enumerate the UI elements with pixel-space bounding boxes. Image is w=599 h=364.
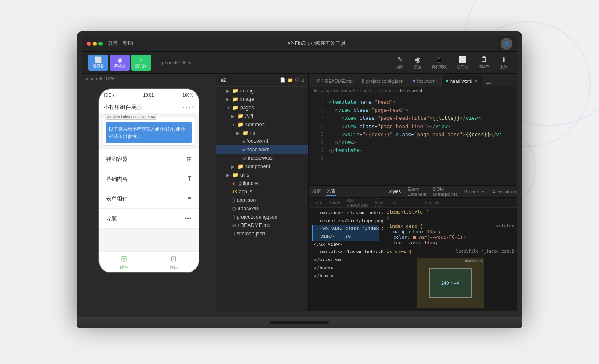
list-item-2[interactable]: 基础内容 T — [99, 169, 199, 189]
folder-icon: 📁 — [237, 164, 244, 169]
html-line-8: </body> — [312, 264, 379, 272]
lower-tabs: 概图 元素 — [309, 186, 383, 198]
avatar[interactable]: 👤 — [501, 38, 512, 50]
device-info: iphone6 100% — [158, 60, 194, 65]
styles-tab-properties[interactable]: Properties — [463, 188, 487, 195]
tree-item-head-wxml[interactable]: ■ head.wxml — [216, 145, 308, 154]
lower-tab-elements[interactable]: 元素 — [326, 187, 336, 196]
clear-cache-action[interactable]: 🗑 清缓存 — [475, 55, 493, 70]
element-highlight: wx-view.index-desc 240 × 44 以下将展示小程序官方组件… — [103, 117, 195, 146]
tree-item-index-wxss[interactable]: ⬡ index.wxss — [216, 154, 308, 162]
box-right-label: - — [482, 281, 483, 285]
list-item-3[interactable]: 表单组件 ≡ — [99, 189, 199, 209]
test-icon: ▷ — [139, 56, 143, 63]
style-block-index-desc: .index-desc { <style> margin-top: 10px; … — [387, 224, 514, 245]
minimize-button[interactable] — [93, 42, 97, 46]
dom-tag-html[interactable]: html — [312, 200, 326, 206]
git-icon: ◈ — [232, 181, 236, 186]
styles-filter-input[interactable] — [387, 200, 420, 205]
tree-item-app-json[interactable]: {} app.json — [216, 196, 308, 204]
simulator-btn[interactable]: ⬜ 模拟器 — [88, 55, 108, 71]
tree-item-config[interactable]: ▶ 📁 config — [216, 87, 308, 95]
test-btn[interactable]: ▷ 测试集 — [131, 55, 151, 71]
code-line-6: 6 </view> — [309, 139, 517, 147]
folder-icon: 📁 — [232, 105, 239, 111]
folder-icon: 📁 — [232, 172, 239, 178]
debugger-icon: ◉ — [117, 56, 122, 63]
dom-tag-wx-view-index[interactable]: wx-view.index — [345, 198, 371, 208]
arrow-icon: ▶ — [236, 131, 241, 135]
tab-foot-wxml[interactable]: ■ foot.wxml — [408, 75, 441, 87]
background-action[interactable]: ⬜ 切后台 — [453, 55, 472, 71]
tree-item-image[interactable]: ▶ 📁 image — [216, 95, 308, 103]
debugger-btn[interactable]: ◉ 调试器 — [110, 55, 130, 71]
menu-help[interactable]: 帮助 — [123, 40, 133, 47]
list-item-4[interactable]: 导航 ••• — [99, 209, 199, 229]
list-item-3-icon: ≡ — [188, 195, 191, 203]
tab-readme[interactable]: MD README.md — [312, 75, 357, 87]
code-line-7: 7 </template> — [309, 147, 517, 155]
html-panel: 概图 元素 html body wx-view.index wx-view.in… — [309, 186, 383, 311]
dom-breadcrumb: html body wx-view.index wx-view.index-hd… — [309, 198, 383, 208]
styles-tab-accessibility[interactable]: Accessibility — [490, 188, 517, 195]
tree-item-lib[interactable]: ▶ 📁 lib — [216, 129, 308, 137]
html-line-4: view> == $0 — [312, 233, 379, 241]
html-line-1: <wx-image class="index-logo" src="../res… — [312, 209, 379, 217]
close-button[interactable] — [87, 42, 91, 46]
tree-item-foot-wxml[interactable]: ■ foot.wxml — [216, 137, 308, 145]
maximize-button[interactable] — [98, 42, 103, 46]
html-line-6: <wx-view class="index-bd">_</wx-view> — [312, 248, 379, 256]
tab-head-wxml[interactable]: ■ head.wxml ✕ — [441, 75, 483, 87]
device-debug-action[interactable]: 📱 真机调试 — [428, 55, 450, 71]
styles-tab-dom-breakpoints[interactable]: DOM Breakpoints — [432, 186, 459, 198]
sim-header: iphone6 100% — [82, 74, 216, 84]
tree-item-api[interactable]: ▶ 📁 API — [216, 112, 308, 120]
tab-project-config[interactable]: {} project.config.json — [357, 75, 408, 87]
lower-panel: 概图 元素 html body wx-view.index wx-view.in… — [309, 185, 517, 311]
folder-icon: 📁 — [237, 121, 244, 127]
styles-tab-event-listeners[interactable]: Event Listeners — [406, 186, 428, 198]
laptop-base — [77, 317, 522, 328]
tree-item-gitignore[interactable]: ◈ .gitignore — [216, 179, 308, 187]
tree-item-sitemap[interactable]: {} sitemap.json — [216, 229, 308, 238]
simulator-panel: iphone6 100% IDE ▾ 10:01 100% 小程序组件展示 • … — [82, 74, 216, 311]
html-lower[interactable]: <wx-image class="index-logo" src="../res… — [309, 208, 383, 311]
tab-more-icon[interactable]: ••• — [484, 81, 493, 87]
device-debug-icon: 📱 — [435, 55, 443, 63]
md-tab-icon: MD — [317, 79, 323, 83]
code-line-1: 1 <template name="head"> — [309, 98, 517, 106]
dom-tag-wx-view-index-hd[interactable]: wx-view.index-hd — [372, 198, 383, 208]
dom-tag-body[interactable]: body — [328, 200, 343, 206]
preview-action[interactable]: ◉ 预览 — [411, 55, 425, 71]
wxml-active-tab-icon: ■ — [446, 79, 448, 83]
tree-item-readme[interactable]: MD README.md — [216, 221, 308, 229]
tree-item-component[interactable]: ▶ 📁 component — [216, 162, 308, 171]
list-item-1[interactable]: 视图容器 ⊞ — [99, 149, 199, 169]
code-view[interactable]: 1 <template name="head"> 2 <view class="… — [309, 95, 517, 185]
laptop-screen: 项目 帮助 v2-FinClip小程序开发工具 👤 ⬜ — [82, 36, 517, 311]
lower-tab-overview[interactable]: 概图 — [312, 187, 321, 195]
styles-tab-styles[interactable]: Styles — [387, 188, 403, 195]
menu-project[interactable]: 项目 — [108, 40, 118, 47]
phone-tab-components[interactable]: ⊞ 组件 — [120, 254, 128, 270]
edit-action[interactable]: ✎ 编辑 — [393, 55, 407, 71]
preview-icon: ◉ — [415, 55, 421, 63]
tree-item-utils[interactable]: ▶ 📁 utils — [216, 171, 308, 179]
background-icon: ⬜ — [459, 55, 467, 63]
tree-item-app-wxss[interactable]: ⬡ app.wxss — [216, 204, 308, 213]
mode-buttons: ⬜ 模拟器 ◉ 调试器 ▷ 测试集 — [88, 55, 151, 71]
tree-item-app-js[interactable]: JS app.js — [216, 187, 308, 196]
code-line-3: 3 <view class="page-head-title">{{title}… — [309, 114, 517, 122]
upload-action[interactable]: ⬆ 上传 — [496, 55, 511, 71]
styles-panel: Styles Event Listeners DOM Breakpoints P… — [383, 186, 517, 311]
arrow-down-icon: ▼ — [231, 122, 236, 127]
element-badge: wx-view.index-desc 240 × 44 — [105, 114, 157, 120]
tree-item-project-config[interactable]: {} project.config.json — [216, 213, 308, 221]
folder-icon: 📁 — [232, 88, 239, 94]
box-bottom-label: - — [450, 303, 451, 307]
phone-tab-api[interactable]: ⊡ 接口 — [170, 254, 178, 270]
window-controls — [87, 42, 103, 46]
tab-close-icon[interactable]: ✕ — [474, 79, 478, 83]
tree-item-common[interactable]: ▼ 📁 common — [216, 120, 308, 129]
tree-item-pages[interactable]: ▼ 📁 pages — [216, 103, 308, 112]
